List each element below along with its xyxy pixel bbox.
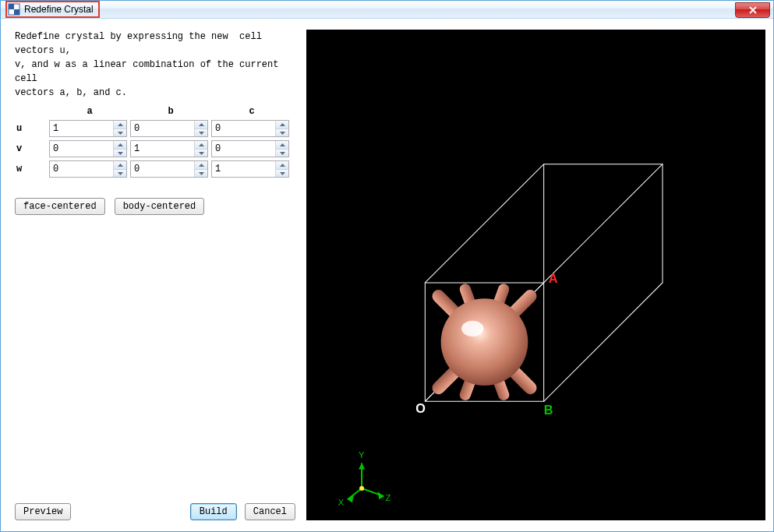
spin-u-b[interactable] <box>130 120 208 137</box>
b-axis-label: B <box>544 403 553 417</box>
svg-rect-1 <box>9 4 14 9</box>
row-label-u: u <box>15 123 49 134</box>
redefine-crystal-window: Redefine Crystal Redefine crystal by exp… <box>0 0 774 532</box>
spin-v-b[interactable] <box>130 140 208 157</box>
svg-point-17 <box>359 486 364 491</box>
spin-u-a[interactable] <box>49 120 127 137</box>
crystal-scene: O B A Y Z X <box>306 30 765 520</box>
input-w-b[interactable] <box>131 161 194 177</box>
spin-u-c[interactable] <box>211 120 289 137</box>
col-header-b: b <box>130 106 211 117</box>
spin-down-icon[interactable] <box>195 150 207 157</box>
spin-down-icon[interactable] <box>114 170 126 178</box>
close-button[interactable] <box>735 2 770 18</box>
input-v-b[interactable] <box>131 141 194 157</box>
svg-line-15 <box>348 488 362 499</box>
triad-y-label: Y <box>359 451 365 460</box>
spin-down-icon[interactable] <box>114 150 126 157</box>
spin-up-icon[interactable] <box>276 161 288 170</box>
input-u-c[interactable] <box>212 121 275 136</box>
spin-w-a[interactable] <box>49 160 127 178</box>
spin-down-icon[interactable] <box>195 129 207 137</box>
svg-marker-12 <box>359 463 365 470</box>
triad-x-label: X <box>338 499 345 508</box>
spin-v-a[interactable] <box>49 140 127 157</box>
spin-down-icon[interactable] <box>276 129 288 137</box>
preview-button[interactable]: Preview <box>15 503 71 520</box>
face-centered-button[interactable]: face-centered <box>15 198 105 215</box>
left-panel: Redefine crystal by expressing the new c… <box>15 30 295 520</box>
input-u-b[interactable] <box>131 121 194 136</box>
spin-v-c[interactable] <box>211 140 289 157</box>
atom-sphere <box>441 299 528 386</box>
spin-up-icon[interactable] <box>195 141 207 150</box>
input-w-c[interactable] <box>212 161 275 177</box>
row-label-w: w <box>15 164 49 174</box>
svg-rect-2 <box>14 9 19 15</box>
col-header-c: c <box>211 106 292 117</box>
instructions-text: Redefine crystal by expressing the new c… <box>15 30 295 100</box>
titlebar: Redefine Crystal <box>1 1 773 19</box>
window-title: Redefine Crystal <box>24 4 94 15</box>
input-v-c[interactable] <box>212 141 275 157</box>
close-icon <box>748 6 758 14</box>
spin-w-b[interactable] <box>130 160 208 178</box>
app-icon <box>8 3 20 16</box>
spin-down-icon[interactable] <box>276 150 288 157</box>
content-area: Redefine crystal by expressing the new c… <box>1 19 773 531</box>
spin-up-icon[interactable] <box>114 121 126 129</box>
cancel-button[interactable]: Cancel <box>245 503 295 520</box>
spin-up-icon[interactable] <box>195 161 207 170</box>
input-u-a[interactable] <box>50 121 113 136</box>
spin-w-c[interactable] <box>211 160 289 178</box>
matrix-row-u: u <box>15 120 295 137</box>
matrix-header-row: a b c <box>49 106 295 117</box>
spin-up-icon[interactable] <box>195 121 207 129</box>
spin-down-icon[interactable] <box>195 170 207 178</box>
spin-down-icon[interactable] <box>276 170 288 178</box>
build-button[interactable]: Build <box>190 503 237 520</box>
a-axis-label: A <box>549 271 558 285</box>
atom-highlight <box>461 321 483 336</box>
body-centered-button[interactable]: body-centered <box>115 198 205 215</box>
orientation-triad: Y Z X <box>338 451 391 508</box>
title-highlight-box: Redefine Crystal <box>5 1 100 18</box>
row-label-v: v <box>15 143 49 154</box>
spin-down-icon[interactable] <box>114 129 126 137</box>
spin-up-icon[interactable] <box>276 121 288 129</box>
crystal-viewport[interactable]: O B A Y Z X <box>306 30 765 520</box>
col-header-a: a <box>49 106 130 117</box>
matrix-row-v: v <box>15 140 295 157</box>
input-w-a[interactable] <box>50 161 113 177</box>
bottom-button-row: Preview Build Cancel <box>15 495 295 520</box>
preset-row: face-centered body-centered <box>15 198 295 215</box>
spin-up-icon[interactable] <box>114 141 126 150</box>
matrix-input: a b c u <box>15 106 295 181</box>
origin-label: O <box>415 401 426 415</box>
input-v-a[interactable] <box>50 141 113 157</box>
spin-up-icon[interactable] <box>114 161 126 170</box>
matrix-row-w: w <box>15 160 295 178</box>
triad-z-label: Z <box>386 494 391 503</box>
spin-up-icon[interactable] <box>276 141 288 150</box>
